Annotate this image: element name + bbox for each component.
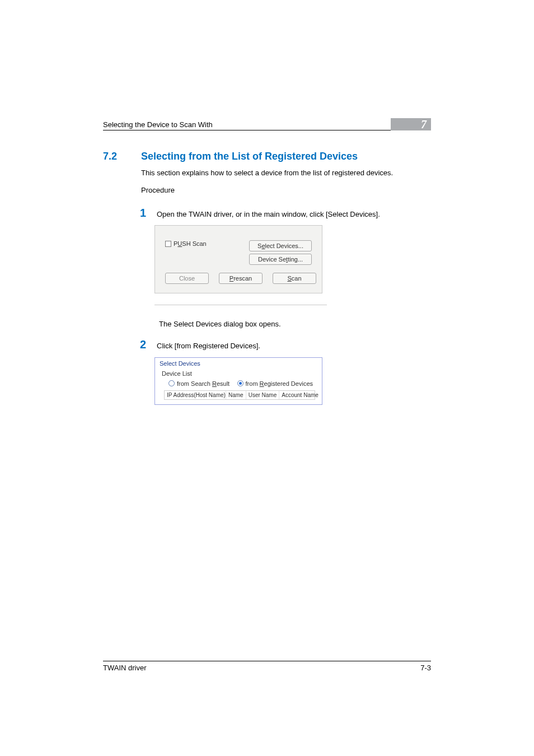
figure-select-devices-dialog: Select Devices Device List from Search R… [154, 357, 322, 405]
col-account-name: Account Name [279, 391, 321, 399]
footer-left: TWAIN driver [103, 664, 147, 672]
section-number: 7.2 [103, 151, 125, 162]
close-button[interactable]: Close [165, 273, 209, 284]
page-footer: TWAIN driver 7-3 [103, 661, 431, 672]
push-scan-label: PUSH Scan [174, 240, 207, 247]
push-scan-checkbox[interactable]: PUSH Scan [165, 240, 207, 247]
from-registered-devices-radio[interactable]: from Registered Devices [237, 380, 313, 387]
procedure-label: Procedure [141, 186, 431, 194]
from-registered-devices-label: from Registered Devices [246, 380, 313, 387]
prescan-button[interactable]: Prescan [219, 273, 263, 284]
section-heading: 7.2 Selecting from the List of Registere… [103, 151, 431, 162]
device-setting-button[interactable]: Device Setting... [249, 254, 312, 265]
checkbox-icon [165, 241, 171, 247]
select-devices-button[interactable]: Select Devices... [249, 240, 312, 251]
radio-icon [168, 380, 175, 386]
running-title: Selecting the Device to Scan With [103, 120, 213, 129]
step-1: 1 Open the TWAIN driver, or in the main … [141, 207, 431, 220]
device-list-table-header: IP Address(Host Name) Name User Name Acc… [164, 390, 315, 400]
step-1-text: Open the TWAIN driver, or in the main wi… [157, 209, 380, 220]
step-2: 2 Click [from Registered Devices]. [141, 338, 431, 351]
step-2-text: Click [from Registered Devices]. [157, 341, 260, 351]
footer-page-number: 7-3 [420, 664, 431, 672]
chapter-number: 7 [421, 118, 427, 131]
from-search-result-radio[interactable]: from Search Result [168, 380, 229, 387]
col-name: Name [226, 391, 246, 399]
radio-icon [237, 380, 243, 386]
dialog-title: Select Devices [155, 358, 322, 368]
chapter-badge: 7 [391, 118, 431, 130]
col-user-name: User Name [246, 391, 280, 399]
section-title: Selecting from the List of Registered De… [141, 151, 358, 162]
device-list-group-label: Device List [162, 370, 315, 377]
step-1-number: 1 [140, 207, 148, 220]
step-1-result-text: The Select Devices dialog box opens. [159, 320, 431, 328]
figure-twain-main-window: PUSH Scan Select Devices... Device Setti… [154, 225, 322, 293]
step-2-number: 2 [140, 338, 148, 351]
col-ip-address: IP Address(Host Name) [165, 391, 226, 399]
from-search-result-label: from Search Result [177, 380, 229, 387]
figure-divider [154, 305, 327, 305]
scan-button[interactable]: Scan [273, 273, 316, 284]
running-header: Selecting the Device to Scan With 7 [103, 116, 431, 130]
section-lead: This section explains how to select a de… [141, 168, 431, 178]
